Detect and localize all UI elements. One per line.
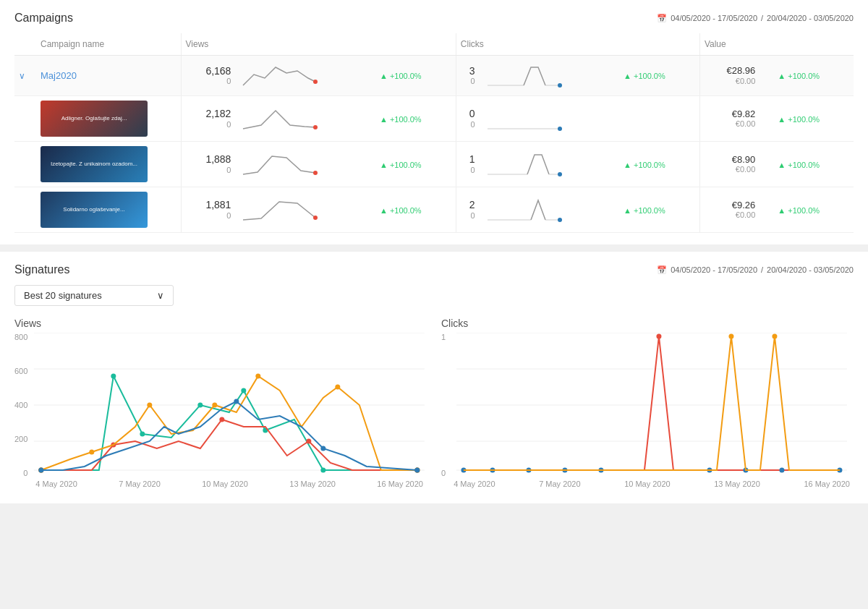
y-200: 200 [14, 435, 27, 443]
sub1-views-chart [235, 96, 375, 142]
table-row: Solidarno oglaševanje... 1,881 0 [14, 187, 854, 233]
clicks-trend: +100.0% [624, 72, 665, 80]
sig-date-separator: / [761, 265, 763, 274]
sub1-value-trend: +100.0% [773, 96, 854, 142]
campaigns-table-body: ∨ Maj2020 6,168 0 [14, 56, 854, 233]
views-sub: 0 [186, 77, 231, 86]
row-views-chart [235, 56, 375, 96]
svg-point-11 [313, 216, 318, 220]
row-expand[interactable]: ∨ [14, 56, 36, 96]
y-800: 800 [14, 333, 27, 341]
clicks-x-label-2: 10 May 2020 [624, 480, 671, 488]
sub3-value: €9.26 €0.00 [699, 187, 760, 233]
svg-point-21 [111, 374, 116, 379]
svg-point-60 [773, 334, 778, 339]
sub1-value-chart [760, 96, 773, 142]
sub1-clicks: 0 0 [456, 96, 479, 142]
value-sub: €0.00 [705, 77, 755, 86]
clicks-y-0: 0 [441, 469, 446, 477]
sub-thumb-3: Solidarno oglaševanje... [36, 187, 181, 233]
sub2-value-chart [760, 142, 773, 187]
signatures-dropdown[interactable]: Best 20 signatures ∨ [14, 285, 174, 306]
svg-point-14 [558, 218, 562, 222]
sub3-clicks: 2 0 [456, 187, 479, 233]
svg-point-26 [321, 468, 326, 473]
svg-point-54 [657, 334, 662, 339]
svg-point-24 [242, 388, 247, 393]
sub1-views-trend: +100.0% [375, 96, 456, 142]
sub2-value-trend: +100.0% [773, 142, 854, 187]
svg-point-31 [307, 439, 312, 444]
thumb-text-2: Izetopajte. Z unikainom ozadom... [49, 160, 139, 169]
sub3-clicks-trend: +100.0% [619, 187, 699, 233]
campaign-name-label: Maj2020 [41, 70, 77, 81]
sub2-views-trend: +100.0% [375, 142, 456, 187]
clicks-main: 3 [461, 65, 475, 77]
x-label-4: 16 May 2020 [377, 480, 423, 488]
svg-point-30 [220, 417, 225, 422]
svg-point-40 [39, 468, 44, 473]
clicks-x-label-3: 13 May 2020 [714, 480, 760, 488]
sub-thumb-2: Izetopajte. Z unikainom ozadom... [36, 142, 181, 187]
svg-point-10 [558, 172, 562, 176]
page: Campaigns 📅 04/05/2020 - 17/05/2020 / 20… [0, 0, 868, 609]
col-campaign-name: Campaign name [36, 33, 181, 56]
svg-point-0 [313, 80, 318, 84]
signatures-date-range: 📅 04/05/2020 - 17/05/2020 / 20/04/2020 -… [657, 265, 854, 275]
dropdown-label: Best 20 signatures [24, 290, 102, 301]
signatures-title: Signatures [14, 263, 70, 276]
sub1-clicks-trend [619, 96, 699, 142]
expand-button[interactable]: ∨ [19, 71, 25, 81]
table-row: ∨ Maj2020 6,168 0 [14, 56, 854, 96]
y-400: 400 [14, 401, 27, 409]
svg-point-6 [558, 127, 562, 131]
col-views: Views [181, 33, 456, 56]
campaigns-title: Campaigns [14, 12, 73, 25]
clicks-chart-svg-wrapper: 4 May 2020 7 May 2020 10 May 2020 13 May… [450, 333, 854, 492]
views-trend: +100.0% [380, 72, 422, 80]
signatures-section: Signatures 📅 04/05/2020 - 17/05/2020 / 2… [0, 252, 868, 503]
chevron-down-icon: ∨ [157, 290, 164, 301]
value-main: €28.96 [705, 65, 755, 77]
sig-calendar-icon: 📅 [657, 265, 667, 275]
table-row: Adligner. Oglašujte zdaj... 2,182 0 [14, 96, 854, 142]
svg-point-7 [313, 171, 318, 175]
sub2-views-chart [235, 142, 375, 187]
svg-point-38 [336, 385, 341, 390]
row-views-trend: +100.0% [375, 56, 456, 96]
svg-point-4 [313, 125, 318, 129]
views-y-axis: 800 600 400 200 0 [14, 333, 32, 492]
sub1-sparkline [239, 103, 319, 132]
campaigns-date-2: 20/04/2020 - 03/05/2020 [767, 14, 854, 22]
clicks-x-label-1: 7 May 2020 [539, 480, 580, 488]
clicks-sub: 0 [461, 77, 475, 86]
views-main: 6,168 [186, 65, 231, 77]
row-name: Maj2020 [36, 56, 181, 96]
campaigns-section: Campaigns 📅 04/05/2020 - 17/05/2020 / 20… [0, 0, 868, 244]
sub2-clicks-chart [480, 142, 620, 187]
svg-point-43 [415, 468, 420, 473]
x-label-1: 7 May 2020 [119, 480, 160, 488]
x-label-3: 13 May 2020 [289, 480, 336, 488]
views-chart-title: Views [14, 318, 427, 329]
svg-point-23 [198, 403, 203, 408]
sub-thumb-1: Adligner. Oglašujte zdaj... [36, 96, 181, 142]
sub2-clicks-sparkline [484, 149, 563, 178]
views-chart-container: Views 800 600 400 200 0 [14, 318, 427, 492]
campaigns-date-1: 04/05/2020 - 17/05/2020 [671, 14, 757, 22]
expand-col [14, 33, 36, 56]
signatures-date-1: 04/05/2020 - 17/05/2020 [671, 265, 757, 274]
calendar-icon: 📅 [657, 14, 667, 23]
clicks-x-label-0: 4 May 2020 [454, 480, 495, 488]
y-0: 0 [23, 469, 27, 477]
sub-expand-empty [14, 96, 36, 142]
clicks-chart-container: Clicks 1 0 [441, 318, 854, 492]
row-clicks: 3 0 [456, 56, 479, 96]
sub2-clicks: 1 0 [456, 142, 479, 187]
sub2-expand-empty [14, 142, 36, 187]
views-x-axis: 4 May 2020 7 May 2020 10 May 2020 13 May… [32, 480, 427, 488]
clicks-sparkline [484, 60, 563, 89]
svg-point-57 [780, 468, 785, 473]
clicks-y-1: 1 [441, 333, 446, 341]
sub1-clicks-sparkline [484, 103, 563, 132]
